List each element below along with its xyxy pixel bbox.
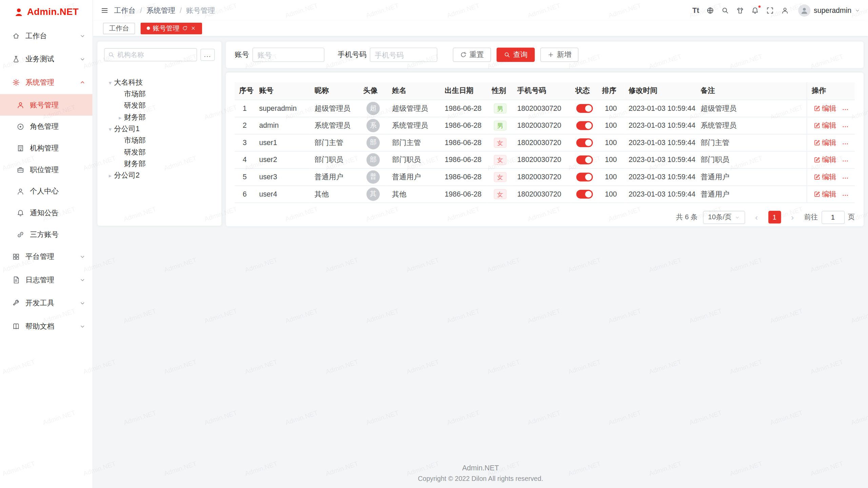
breadcrumb-system-management[interactable]: 系统管理 (146, 5, 175, 15)
cell-account: user3 (255, 168, 310, 185)
more-actions-button[interactable] (842, 175, 849, 182)
caret-down-icon[interactable]: ▾ (106, 126, 114, 132)
more-actions-button[interactable] (842, 158, 849, 164)
cell-name: 部门主管 (388, 134, 440, 151)
edit-button[interactable]: 编辑 (813, 189, 836, 199)
profile-icon[interactable] (781, 6, 789, 14)
status-toggle[interactable] (576, 155, 593, 164)
tab-workbench[interactable]: 工作台 (103, 22, 135, 34)
avatar: 部 (367, 153, 380, 166)
hamburger-menu-icon[interactable] (101, 6, 108, 14)
tree-node[interactable]: ▾分公司1 (104, 123, 215, 135)
edit-button[interactable]: 编辑 (813, 103, 836, 113)
tab-close-icon[interactable] (191, 25, 196, 31)
account-table: 序号 账号 昵称 头像 姓名 出生日期 性别 手机号码 状态 排序 (235, 82, 855, 203)
status-toggle[interactable] (576, 138, 593, 147)
cell-sort: 100 (597, 185, 624, 203)
sidebar-item-dev-tools[interactable]: 开发工具 (0, 291, 93, 315)
sidebar-item-business-test[interactable]: 业务测试 (0, 47, 93, 71)
more-actions-button[interactable] (842, 123, 849, 130)
tree-node-label: 研发部 (124, 101, 146, 110)
user-dropdown[interactable]: superadmin (798, 4, 860, 16)
col-account: 账号 (255, 82, 310, 100)
tree-node-label: 分公司2 (114, 170, 139, 180)
query-button[interactable]: 查询 (496, 47, 535, 62)
sidebar-item-platform-management[interactable]: 平台管理 (0, 245, 93, 268)
sidebar-item-log-management[interactable]: 日志管理 (0, 268, 93, 292)
font-size-icon[interactable]: Tt (692, 6, 699, 14)
tree-node[interactable]: ▸研发部 (104, 147, 215, 158)
cell-nickname: 系统管理员 (310, 117, 359, 134)
more-actions-button[interactable] (842, 141, 849, 147)
status-toggle[interactable] (576, 172, 593, 181)
caret-right-icon[interactable]: ▸ (106, 172, 114, 179)
more-actions-button[interactable] (842, 192, 849, 199)
status-toggle[interactable] (576, 190, 593, 199)
sidebar-item-label: 开发工具 (25, 298, 79, 308)
logo[interactable]: Admin.NET (0, 0, 93, 24)
tab-account-management[interactable]: 账号管理 (141, 22, 202, 34)
prev-page-button[interactable]: ‹ (750, 210, 763, 224)
status-toggle[interactable] (576, 121, 593, 130)
cell-gender: 女 (487, 185, 513, 203)
cell-status (571, 117, 597, 134)
sidebar-item-account-management[interactable]: 账号管理 (0, 94, 93, 116)
cell-index: 6 (235, 185, 255, 203)
sidebar-item-notice[interactable]: 通知公告 (0, 202, 93, 224)
theme-icon[interactable] (736, 6, 744, 14)
gender-badge: 女 (494, 189, 507, 199)
tree-node[interactable]: ▸市场部 (104, 88, 215, 100)
tree-node[interactable]: ▾大名科技 (104, 77, 215, 88)
notification-icon[interactable] (751, 6, 759, 14)
tree-node[interactable]: ▸财务部 (104, 158, 215, 169)
sidebar-item-third-party-account[interactable]: 三方账号 (0, 224, 93, 245)
tab-refresh-icon[interactable] (182, 25, 188, 31)
caret-down-icon[interactable]: ▾ (106, 79, 114, 85)
sidebar-item-label: 帮助文档 (25, 322, 79, 331)
col-index: 序号 (235, 82, 255, 100)
tree-node[interactable]: ▸财务部 (104, 112, 215, 123)
sidebar-item-org-management[interactable]: 机构管理 (0, 137, 93, 159)
next-page-button[interactable]: › (786, 210, 798, 224)
sidebar-item-help-docs[interactable]: 帮助文档 (0, 315, 93, 338)
sidebar-item-label: 通知公告 (30, 208, 86, 218)
edit-button[interactable]: 编辑 (813, 155, 836, 164)
tree-node[interactable]: ▸市场部 (104, 135, 215, 146)
reset-button[interactable]: 重置 (453, 47, 491, 62)
edit-button[interactable]: 编辑 (813, 172, 836, 182)
tree-node[interactable]: ▸分公司2 (104, 170, 215, 181)
breadcrumb-workbench[interactable]: 工作台 (114, 5, 136, 15)
cell-nickname: 部门主管 (310, 134, 359, 151)
account-input[interactable] (252, 47, 324, 62)
sidebar-item-position-management[interactable]: 职位管理 (0, 159, 93, 181)
phone-input[interactable] (370, 47, 437, 62)
page-size-select[interactable]: 10条/页 (703, 210, 745, 224)
page-number-1[interactable]: 1 (768, 211, 781, 224)
search-icon[interactable] (721, 6, 729, 14)
tree-node[interactable]: ▸研发部 (104, 100, 215, 111)
avatar: 系 (367, 119, 380, 132)
sidebar-item-role-management[interactable]: 角色管理 (0, 116, 93, 137)
refresh-icon (460, 52, 467, 58)
add-button[interactable]: 新增 (540, 47, 578, 62)
edit-button[interactable]: 编辑 (813, 120, 836, 130)
caret-right-icon[interactable]: ▸ (116, 114, 124, 120)
sidebar-item-system-management[interactable]: 系统管理 (0, 71, 93, 94)
tree-more-button[interactable]: ... (200, 49, 215, 61)
cell-phone: 18020030720 (513, 168, 571, 185)
fullscreen-icon[interactable] (766, 6, 774, 14)
goto-page-input[interactable] (821, 210, 845, 224)
tab-label: 账号管理 (153, 23, 179, 33)
edit-button[interactable]: 编辑 (813, 138, 836, 147)
cell-birth: 1986-06-28 (440, 134, 487, 151)
status-toggle[interactable] (576, 104, 593, 113)
org-search-input[interactable] (117, 51, 193, 59)
cell-birth: 1986-06-28 (440, 185, 487, 203)
language-icon[interactable] (706, 6, 714, 14)
cell-index: 2 (235, 117, 255, 134)
search-icon (108, 52, 115, 58)
more-actions-button[interactable] (842, 106, 849, 113)
sidebar-item-personal-center[interactable]: 个人中心 (0, 180, 93, 202)
table-row: 3 user1 部门主管 部 部门主管 1986-06-28 女 1802003… (235, 134, 855, 151)
sidebar-item-workbench[interactable]: 工作台 (0, 24, 93, 48)
